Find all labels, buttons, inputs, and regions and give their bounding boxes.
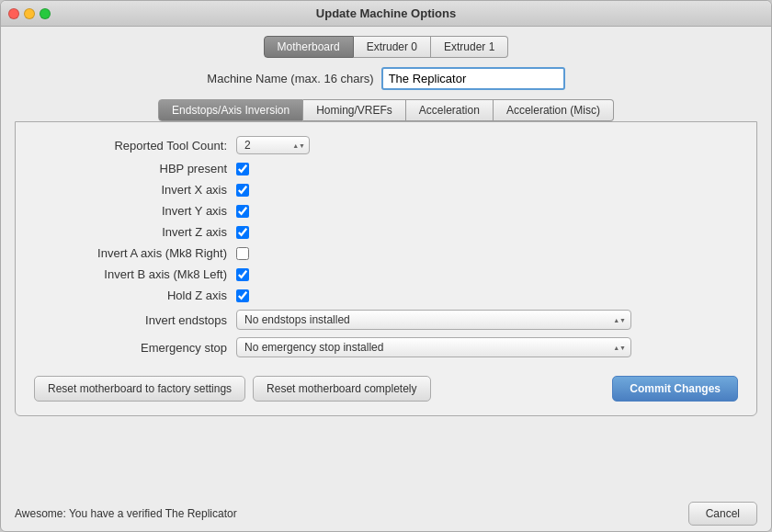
reported-tool-count-select[interactable]: 1 2 3 [236, 136, 310, 154]
row-hbp-present: HBP present [34, 162, 738, 175]
cancel-button[interactable]: Cancel [688, 502, 757, 526]
invert-endstops-wrapper: No endstops installed Invert endstops [236, 310, 631, 330]
invert-b-control [236, 268, 249, 281]
row-invert-x: Invert X axis [34, 183, 738, 197]
machine-name-row: Machine Name (max. 16 chars) [15, 67, 757, 90]
invert-endstops-select[interactable]: No endstops installed Invert endstops [236, 310, 631, 330]
invert-z-label: Invert Z axis [34, 225, 236, 239]
machine-name-input[interactable] [381, 67, 565, 90]
tab-homing[interactable]: Homing/VREFs [303, 99, 406, 121]
machine-name-label: Machine Name (max. 16 chars) [207, 72, 373, 85]
row-emergency-stop: Emergency stop No emergency stop install… [34, 337, 738, 357]
invert-a-checkbox[interactable] [236, 247, 249, 260]
row-invert-z: Invert Z axis [34, 225, 738, 239]
row-hold-z: Hold Z axis [34, 289, 738, 302]
hold-z-label: Hold Z axis [34, 289, 236, 302]
status-text: Awesome: You have a verified The Replica… [15, 507, 237, 520]
hbp-present-label: HBP present [34, 162, 236, 175]
title-bar: Update Machine Options [1, 1, 771, 27]
emergency-stop-control: No emergency stop installed Emergency st… [236, 337, 631, 357]
row-invert-endstops: Invert endstops No endstops installed In… [34, 310, 738, 330]
hold-z-control [236, 289, 249, 302]
top-tab-bar: Motherboard Extruder 0 Extruder 1 [15, 36, 757, 58]
invert-y-label: Invert Y axis [34, 204, 236, 218]
tab-extruder0[interactable]: Extruder 0 [354, 36, 431, 58]
status-bar: Awesome: You have a verified The Replica… [1, 496, 771, 531]
commit-button[interactable]: Commit Changes [612, 376, 738, 402]
row-reported-tool-count: Reported Tool Count: 1 2 3 [34, 136, 738, 154]
window-title: Update Machine Options [316, 6, 456, 20]
tab-acceleration-misc[interactable]: Acceleration (Misc) [494, 99, 614, 121]
action-buttons: Reset motherboard to factory settings Re… [34, 376, 738, 402]
row-invert-a: Invert A axis (Mk8 Right) [34, 246, 738, 260]
hbp-present-checkbox[interactable] [236, 163, 249, 175]
row-invert-y: Invert Y axis [34, 204, 738, 218]
reset-completely-button[interactable]: Reset motherboard completely [253, 376, 430, 402]
reported-tool-count-control: 1 2 3 [236, 136, 310, 154]
invert-x-label: Invert X axis [34, 183, 236, 197]
invert-y-control [236, 205, 249, 218]
tab-extruder1[interactable]: Extruder 1 [431, 36, 508, 58]
tab-endstops[interactable]: Endstops/Axis Inversion [158, 99, 303, 121]
row-invert-b: Invert B axis (Mk8 Left) [34, 267, 738, 281]
tab-acceleration[interactable]: Acceleration [406, 99, 494, 121]
invert-x-control [236, 184, 249, 197]
maximize-button[interactable] [40, 8, 51, 19]
traffic-lights [8, 8, 51, 19]
invert-z-control [236, 226, 249, 239]
invert-z-checkbox[interactable] [236, 226, 249, 239]
invert-endstops-label: Invert endstops [34, 313, 236, 327]
invert-b-label: Invert B axis (Mk8 Left) [34, 267, 236, 281]
tab-motherboard[interactable]: Motherboard [264, 36, 354, 58]
main-window: Update Machine Options Motherboard Extru… [0, 0, 772, 532]
reset-factory-button[interactable]: Reset motherboard to factory settings [34, 376, 245, 402]
hold-z-checkbox[interactable] [236, 289, 249, 302]
invert-endstops-control: No endstops installed Invert endstops [236, 310, 631, 330]
window-body: Motherboard Extruder 0 Extruder 1 Machin… [1, 27, 771, 496]
invert-y-checkbox[interactable] [236, 205, 249, 218]
invert-b-checkbox[interactable] [236, 268, 249, 281]
reported-tool-count-wrapper: 1 2 3 [236, 136, 310, 154]
hbp-present-control [236, 163, 249, 175]
content-panel: Reported Tool Count: 1 2 3 HBP presen [15, 121, 757, 416]
emergency-stop-select[interactable]: No emergency stop installed Emergency st… [236, 337, 631, 357]
invert-a-control [236, 247, 249, 260]
invert-x-checkbox[interactable] [236, 184, 249, 197]
emergency-stop-label: Emergency stop [34, 341, 236, 355]
invert-a-label: Invert A axis (Mk8 Right) [34, 246, 236, 260]
inner-tab-section: Endstops/Axis Inversion Homing/VREFs Acc… [15, 99, 757, 416]
emergency-stop-wrapper: No emergency stop installed Emergency st… [236, 337, 631, 357]
reported-tool-count-label: Reported Tool Count: [34, 139, 236, 153]
inner-tab-bar: Endstops/Axis Inversion Homing/VREFs Acc… [15, 99, 757, 121]
close-button[interactable] [8, 8, 19, 19]
minimize-button[interactable] [24, 8, 35, 19]
